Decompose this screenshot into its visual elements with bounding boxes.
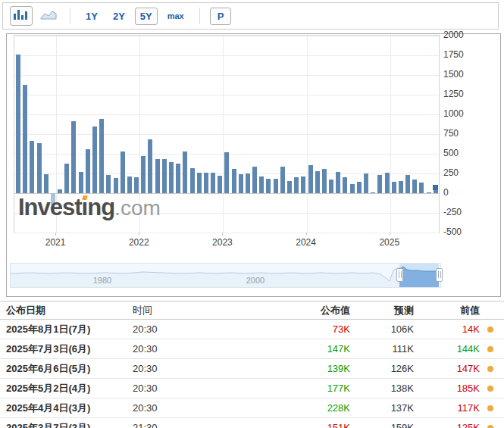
release-date: 2025年8月1日(7月) — [6, 320, 135, 339]
navigator-left-handle[interactable] — [396, 268, 403, 282]
bar — [183, 152, 187, 193]
range-navigator[interactable]: 1980 2000 2020 — [10, 263, 441, 288]
bar — [385, 173, 390, 193]
y-tick-label: 250 — [443, 168, 478, 178]
bar — [176, 164, 180, 193]
chart-toolbar: 1Y 2Y 5Y max P — [2, 2, 499, 30]
release-time: 20:30 — [133, 339, 193, 358]
navigator-right-handle[interactable] — [436, 268, 443, 282]
bar — [350, 184, 355, 193]
release-date: 2025年4月4日(3月) — [6, 398, 135, 417]
bar — [399, 181, 403, 193]
bar — [336, 172, 340, 193]
bar — [246, 173, 250, 193]
bar — [392, 182, 396, 193]
gridline — [14, 114, 439, 115]
navigator-label-1980: 1980 — [89, 276, 116, 285]
release-time: 20:30 — [133, 359, 193, 378]
bar — [204, 173, 208, 193]
x-tick-label: 2023 — [205, 237, 239, 248]
navigator-label-2000: 2000 — [242, 276, 269, 285]
previous-value: 144K — [424, 339, 480, 358]
bar-chart-type-button[interactable] — [10, 6, 33, 26]
release-date: 2025年6月6日(5月) — [6, 359, 135, 378]
y-tick-label: -500 — [443, 227, 478, 237]
bar — [343, 177, 347, 193]
table-row: 2025年4月4日(3月)20:30228K137K117K — [0, 398, 504, 418]
bar — [266, 179, 271, 193]
bar — [427, 192, 431, 193]
bar — [308, 165, 313, 193]
bar — [106, 175, 111, 193]
y-tick-label: 2000 — [443, 30, 478, 40]
line-chart-type-button[interactable] — [37, 6, 60, 26]
bar — [30, 141, 34, 193]
bar — [329, 180, 333, 193]
table-row: 2025年3月7日(2月)21:30151K159K125K — [0, 418, 504, 428]
x-tick — [222, 233, 223, 236]
previous-value: 14K — [424, 320, 480, 339]
table-row: 2025年5月2日(4月)20:30177K138K185K — [0, 379, 504, 398]
bar — [141, 156, 146, 193]
x-tick-label: 2025 — [373, 237, 406, 248]
importance-dot-icon — [487, 366, 493, 372]
header-previous: 前值 — [424, 301, 480, 319]
bar — [37, 143, 42, 193]
x-tick — [390, 233, 390, 236]
bar — [23, 85, 27, 193]
line-chart-icon — [40, 9, 57, 23]
y-tick-label: 1250 — [443, 89, 478, 99]
range-button-1y[interactable]: 1Y — [80, 8, 103, 25]
table-row: 2025年6月6日(5月)20:30139K126K147K — [0, 359, 504, 379]
bar — [239, 174, 243, 193]
actual-value: 147K — [280, 339, 350, 358]
bar — [357, 182, 362, 193]
bar — [121, 152, 125, 193]
bar — [259, 177, 264, 193]
bar — [232, 169, 236, 193]
bar — [224, 152, 229, 193]
actual-value: 228K — [280, 398, 350, 417]
bar — [301, 177, 305, 193]
header-time: 时间 — [133, 301, 193, 319]
gridline — [14, 36, 439, 36]
header-release-date: 公布日期 — [6, 301, 135, 319]
gridline — [223, 36, 224, 233]
bar — [322, 169, 327, 193]
importance-dot-icon — [487, 326, 493, 333]
range-button-2y[interactable]: 2Y — [108, 8, 130, 25]
gridline — [390, 36, 391, 233]
bar — [155, 159, 160, 193]
importance-dot-icon — [487, 386, 493, 392]
range-button-5y[interactable]: 5Y — [135, 8, 158, 25]
bar — [64, 164, 69, 193]
y-tick-label: 750 — [443, 129, 478, 139]
release-time: 21:30 — [133, 418, 193, 428]
bar — [274, 179, 278, 193]
actual-value: 151K — [280, 418, 350, 428]
x-tick-label: 2022 — [122, 237, 155, 248]
bar — [58, 189, 62, 193]
range-button-max[interactable]: max — [162, 8, 189, 23]
bar — [294, 177, 299, 193]
previous-value: 185K — [424, 379, 480, 398]
forecast-value: 106K — [356, 320, 414, 339]
bar — [315, 171, 320, 193]
navigator-selection[interactable] — [399, 264, 439, 287]
bar — [44, 174, 49, 193]
forecast-value: 126K — [356, 359, 414, 378]
gridline — [14, 75, 439, 76]
release-time: 20:30 — [133, 320, 193, 339]
bar — [127, 177, 132, 193]
bar — [86, 149, 90, 193]
actual-value: 73K — [280, 320, 350, 339]
y-tick-label: 1000 — [443, 109, 478, 119]
bar — [114, 178, 118, 193]
p-button[interactable]: P — [210, 8, 232, 25]
bar — [252, 167, 257, 193]
bar — [419, 183, 424, 193]
bar — [364, 173, 368, 193]
bar — [134, 177, 139, 193]
bar — [99, 119, 104, 193]
bar — [71, 121, 76, 193]
